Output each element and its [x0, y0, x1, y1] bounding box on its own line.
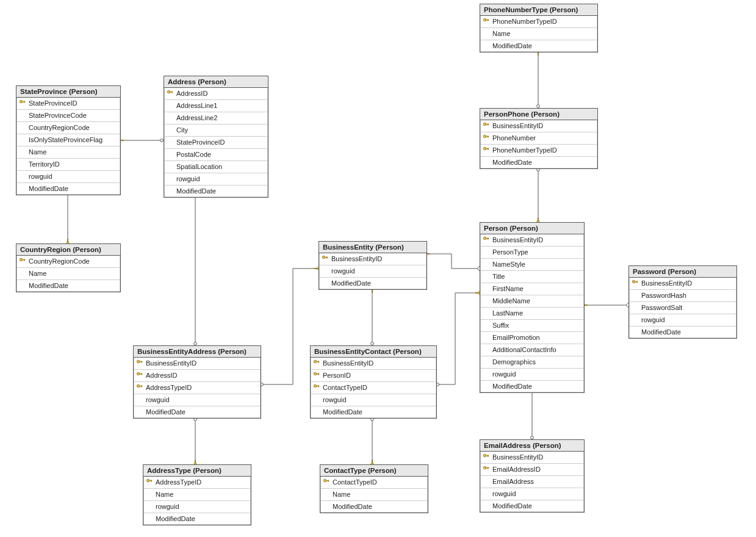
column-row[interactable]: CountryRegionCode — [16, 256, 120, 268]
column-name: ModifiedDate — [146, 408, 185, 416]
column-row[interactable]: BusinessEntityID — [134, 358, 261, 370]
column-row[interactable]: Name — [143, 489, 251, 501]
column-row[interactable]: SpatialLocation — [164, 161, 268, 173]
column-row[interactable]: ModifiedDate — [16, 280, 120, 292]
column-row[interactable]: BusinessEntityID — [311, 358, 436, 370]
column-row[interactable]: AddressTypeID — [143, 477, 251, 489]
table-emailAddress[interactable]: EmailAddress (Person)BusinessEntityIDEma… — [480, 439, 585, 513]
table-header[interactable]: BusinessEntity (Person) — [319, 242, 427, 253]
column-row[interactable]: EmailAddressID — [480, 464, 584, 476]
column-row[interactable]: EmailPromotion — [480, 332, 584, 344]
column-row[interactable]: MiddleName — [480, 295, 584, 308]
column-row[interactable]: ModifiedDate — [143, 513, 251, 525]
column-row[interactable]: AddressLine2 — [164, 112, 268, 124]
table-stateProvince[interactable]: StateProvince (Person)StateProvinceIDSta… — [16, 85, 121, 195]
column-row[interactable]: ContactTypeID — [320, 477, 428, 489]
table-header[interactable]: CountryRegion (Person) — [16, 244, 120, 256]
table-phoneNumberType[interactable]: PhoneNumberType (Person)PhoneNumberTypeI… — [480, 4, 598, 52]
column-row[interactable]: AddressTypeID — [134, 382, 261, 394]
column-row[interactable]: Name — [16, 268, 120, 280]
table-header[interactable]: EmailAddress (Person) — [480, 440, 584, 452]
table-businessEntityAddress[interactable]: BusinessEntityAddress (Person)BusinessEn… — [133, 345, 261, 419]
column-row[interactable]: rowguid — [164, 173, 268, 186]
column-row[interactable]: Title — [480, 271, 584, 283]
column-row[interactable]: EmailAddress — [480, 476, 584, 488]
column-row[interactable]: Demographics — [480, 356, 584, 369]
column-row[interactable]: City — [164, 124, 268, 137]
column-row[interactable]: PostalCode — [164, 149, 268, 161]
table-personPhone[interactable]: PersonPhone (Person)BusinessEntityIDPhon… — [480, 108, 598, 169]
column-row[interactable]: BusinessEntityID — [480, 452, 584, 464]
column-row[interactable]: ModifiedDate — [164, 186, 268, 197]
table-header[interactable]: Password (Person) — [629, 266, 736, 278]
column-row[interactable]: PasswordSalt — [629, 302, 736, 314]
column-row[interactable]: BusinessEntityID — [629, 278, 736, 290]
column-name: AddressLine1 — [176, 102, 217, 109]
column-row[interactable]: rowguid — [319, 265, 427, 278]
column-row[interactable]: rowguid — [629, 314, 736, 326]
column-row[interactable]: StateProvinceID — [164, 137, 268, 149]
column-row[interactable]: ModifiedDate — [311, 406, 436, 418]
column-row[interactable]: PersonID — [311, 370, 436, 382]
column-row[interactable]: ContactTypeID — [311, 382, 436, 394]
column-row[interactable]: rowguid — [311, 394, 436, 406]
table-address[interactable]: Address (Person)AddressIDAddressLine1Add… — [164, 76, 268, 198]
column-name: AddressLine2 — [176, 114, 217, 121]
column-row[interactable]: Suffix — [480, 320, 584, 332]
table-header[interactable]: Address (Person) — [164, 76, 268, 88]
column-row[interactable]: ModifiedDate — [629, 326, 736, 338]
column-row[interactable]: PhoneNumberTypeID — [480, 145, 597, 157]
table-header[interactable]: BusinessEntityContact (Person) — [311, 346, 436, 358]
column-row[interactable]: AdditionalContactInfo — [480, 344, 584, 356]
column-row[interactable]: BusinessEntityID — [319, 253, 427, 265]
table-header[interactable]: PhoneNumberType (Person) — [480, 4, 597, 16]
column-row[interactable]: StateProvinceCode — [16, 110, 120, 122]
column-row[interactable]: ModifiedDate — [16, 183, 120, 195]
table-password[interactable]: Password (Person)BusinessEntityIDPasswor… — [628, 265, 737, 339]
table-header[interactable]: Person (Person) — [480, 223, 584, 234]
column-name: BusinessEntityID — [492, 236, 543, 243]
column-row[interactable]: StateProvinceID — [16, 98, 120, 110]
table-businessEntity[interactable]: BusinessEntity (Person)BusinessEntityIDr… — [319, 241, 427, 290]
column-row[interactable]: rowguid — [143, 501, 251, 513]
table-businessEntityContact[interactable]: BusinessEntityContact (Person)BusinessEn… — [310, 345, 437, 419]
column-row[interactable]: rowguid — [134, 394, 261, 406]
column-row[interactable]: rowguid — [480, 369, 584, 381]
table-addressType[interactable]: AddressType (Person)AddressTypeIDNamerow… — [143, 464, 251, 525]
table-header[interactable]: StateProvince (Person) — [16, 86, 120, 98]
column-row[interactable]: BusinessEntityID — [480, 120, 597, 132]
column-row[interactable]: ModifiedDate — [134, 406, 261, 418]
column-row[interactable]: FirstName — [480, 283, 584, 295]
column-row[interactable]: ModifiedDate — [320, 501, 428, 513]
column-row[interactable]: AddressID — [134, 370, 261, 382]
column-row[interactable]: Name — [480, 28, 597, 40]
table-header[interactable]: AddressType (Person) — [143, 465, 251, 477]
column-row[interactable]: LastName — [480, 308, 584, 320]
column-row[interactable]: AddressID — [164, 88, 268, 100]
column-row[interactable]: Name — [320, 489, 428, 501]
column-row[interactable]: NameStyle — [480, 259, 584, 271]
table-countryRegion[interactable]: CountryRegion (Person)CountryRegionCodeN… — [16, 243, 121, 292]
table-header[interactable]: PersonPhone (Person) — [480, 109, 597, 120]
table-contactType[interactable]: ContactType (Person)ContactTypeIDNameMod… — [320, 464, 428, 513]
column-row[interactable]: rowguid — [480, 488, 584, 500]
column-row[interactable]: ModifiedDate — [480, 500, 584, 512]
table-header[interactable]: ContactType (Person) — [320, 465, 428, 477]
column-row[interactable]: ModifiedDate — [319, 278, 427, 289]
column-row[interactable]: PasswordHash — [629, 290, 736, 302]
column-row[interactable]: AddressLine1 — [164, 100, 268, 112]
column-row[interactable]: PhoneNumberTypeID — [480, 16, 597, 28]
column-row[interactable]: IsOnlyStateProvinceFlag — [16, 134, 120, 146]
column-row[interactable]: rowguid — [16, 171, 120, 183]
column-row[interactable]: ModifiedDate — [480, 381, 584, 392]
column-row[interactable]: PersonType — [480, 247, 584, 259]
column-row[interactable]: ModifiedDate — [480, 157, 597, 168]
column-row[interactable]: Name — [16, 146, 120, 159]
column-row[interactable]: PhoneNumber — [480, 132, 597, 145]
table-header[interactable]: BusinessEntityAddress (Person) — [134, 346, 261, 358]
column-row[interactable]: BusinessEntityID — [480, 234, 584, 247]
column-row[interactable]: TerritoryID — [16, 159, 120, 171]
table-person[interactable]: Person (Person)BusinessEntityIDPersonTyp… — [480, 222, 585, 393]
column-row[interactable]: ModifiedDate — [480, 40, 597, 52]
column-row[interactable]: CountryRegionCode — [16, 122, 120, 134]
